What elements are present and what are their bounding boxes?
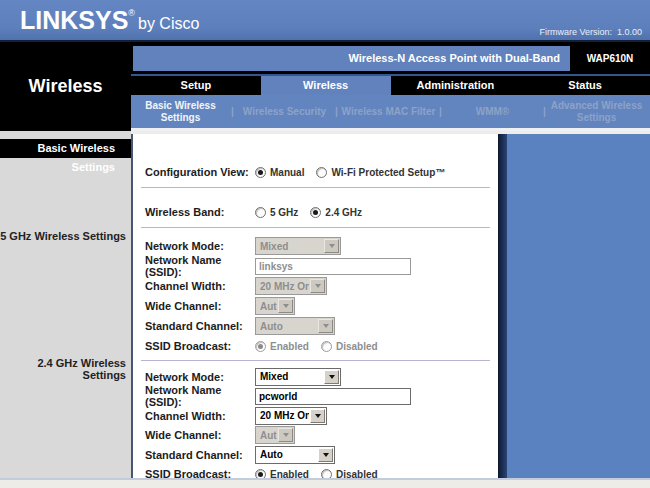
subnav-wireless-mac-filter[interactable]: Wireless MAC Filter: [339, 106, 438, 118]
configuration-view-label: Configuration View:: [145, 166, 255, 178]
divider: [141, 360, 490, 361]
divider: [141, 187, 490, 188]
ssid-label: Network Name (SSID):: [145, 384, 255, 408]
ssid-broadcast-row-5ghz: SSID Broadcast: Enabled Disabled: [145, 336, 498, 356]
subnav-advanced-wireless-settings[interactable]: Advanced Wireless Settings: [547, 100, 646, 124]
tab-wireless[interactable]: Wireless: [261, 76, 391, 95]
channel-width-value-5ghz: 20 MHz Only: [256, 281, 309, 292]
wide-channel-value-5ghz: Auto: [256, 301, 277, 312]
subnav-wireless-security[interactable]: Wireless Security: [235, 106, 334, 118]
page-title-panel: Wireless: [0, 42, 131, 131]
standard-channel-select-5ghz: Auto: [255, 317, 335, 335]
wide-channel-select-24ghz: Auto: [255, 426, 295, 444]
page-bottom-strip: [0, 478, 650, 488]
dropdown-arrow-icon: [324, 239, 339, 253]
radio-manual[interactable]: [255, 167, 266, 178]
linksys-logo: LINKSYS®by Cisco: [20, 6, 199, 35]
dropdown-arrow-icon: [278, 428, 293, 442]
ssid-input-5ghz: [255, 258, 411, 275]
subnav-basic-wireless-settings[interactable]: Basic Wireless Settings: [131, 100, 230, 124]
registered-mark-icon: ®: [128, 8, 135, 18]
radio-wifi-protected-setup-label: Wi-Fi Protected Setup™: [331, 167, 445, 178]
divider: [141, 227, 490, 228]
channel-width-row-5ghz: Channel Width: 20 MHz Only: [145, 276, 498, 296]
dropdown-arrow-icon[interactable]: [310, 409, 325, 423]
right-blue-panel: [507, 134, 650, 478]
configuration-view-row: Configuration View: Manual Wi-Fi Protect…: [145, 161, 498, 183]
product-title-band: Wireless-N Access Point with Dual-Band W…: [131, 42, 650, 74]
content-right-edge: [498, 134, 507, 478]
configuration-view-radios: Manual Wi-Fi Protected Setup™: [255, 167, 457, 178]
network-mode-label: Network Mode:: [145, 371, 255, 383]
network-mode-select-24ghz[interactable]: Mixed: [255, 368, 341, 386]
radio-ssid-disabled-label-5ghz: Disabled: [336, 341, 378, 352]
top-header: LINKSYS®by Cisco Firmware Version: 1.0.0…: [0, 0, 650, 42]
basic-wireless-settings-form: Configuration View: Manual Wi-Fi Protect…: [131, 134, 498, 478]
dropdown-arrow-icon: [278, 299, 293, 313]
channel-width-label: Channel Width:: [145, 280, 255, 292]
section-5ghz: Network Mode: Mixed Network Name (SSID):…: [145, 236, 498, 356]
radio-wifi-protected-setup[interactable]: [316, 167, 327, 178]
channel-width-label: Channel Width:: [145, 410, 255, 422]
dropdown-arrow-icon[interactable]: [318, 448, 333, 462]
radio-ssid-enabled-label-5ghz: Enabled: [270, 341, 309, 352]
radio-ssid-disabled-5ghz: [321, 341, 332, 352]
standard-channel-row-5ghz: Standard Channel: Auto: [145, 316, 498, 336]
channel-width-row-24ghz: Channel Width: 20 MHz Only: [145, 406, 498, 426]
radio-24ghz[interactable]: [310, 207, 321, 218]
logo-by-cisco: by Cisco: [138, 15, 199, 32]
section-title-bar: Basic Wireless Settings: [0, 139, 131, 158]
ssid-label: Network Name (SSID):: [145, 254, 255, 278]
network-mode-select-5ghz: Mixed: [255, 237, 341, 255]
wide-channel-value-24ghz: Auto: [256, 430, 277, 441]
wireless-subnav: Basic Wireless Settings | Wireless Secur…: [131, 95, 650, 131]
standard-channel-select-24ghz[interactable]: Auto: [255, 446, 335, 464]
model-number: WAP610N: [570, 46, 650, 71]
logo-brand: LINKSYS: [20, 6, 128, 34]
group-label-24ghz: 2.4 GHz Wireless Settings: [0, 357, 126, 381]
radio-manual-label: Manual: [270, 167, 304, 178]
dropdown-arrow-icon[interactable]: [324, 370, 339, 384]
wide-channel-row-5ghz: Wide Channel: Auto: [145, 296, 498, 316]
wireless-band-label: Wireless Band:: [145, 206, 255, 218]
wireless-band-row: Wireless Band: 5 GHz 2.4 GHz: [145, 201, 498, 223]
dropdown-arrow-icon: [310, 279, 325, 293]
ssid-input-24ghz[interactable]: [255, 388, 411, 405]
standard-channel-label: Standard Channel:: [145, 320, 255, 332]
wide-channel-label: Wide Channel:: [145, 429, 255, 441]
wide-channel-row-24ghz: Wide Channel: Auto: [145, 426, 498, 446]
radio-24ghz-label: 2.4 GHz: [325, 207, 362, 218]
sidebar-column: [0, 131, 131, 478]
standard-channel-label: Standard Channel:: [145, 449, 255, 461]
tab-setup[interactable]: Setup: [131, 76, 261, 95]
wide-channel-select-5ghz: Auto: [255, 297, 295, 315]
channel-width-select-24ghz[interactable]: 20 MHz Only: [255, 407, 327, 425]
wide-channel-label: Wide Channel:: [145, 300, 255, 312]
main-tab-bar: Setup Wireless Administration Status: [131, 74, 650, 95]
tab-status[interactable]: Status: [520, 76, 650, 95]
wireless-band-radios: 5 GHz 2.4 GHz: [255, 207, 374, 218]
ssid-row-24ghz: Network Name (SSID):: [145, 387, 498, 407]
network-mode-row-5ghz: Network Mode: Mixed: [145, 236, 498, 256]
subnav-wmm[interactable]: WMM®: [443, 106, 542, 118]
ssid-broadcast-radios-5ghz: Enabled Disabled: [255, 341, 390, 352]
standard-channel-value-24ghz: Auto: [256, 449, 317, 460]
radio-5ghz-label: 5 GHz: [270, 207, 298, 218]
page-title: Wireless: [0, 76, 131, 97]
group-label-5ghz: 5 GHz Wireless Settings: [0, 230, 126, 242]
channel-width-value-24ghz: 20 MHz Only: [256, 410, 309, 421]
standard-channel-row-24ghz: Standard Channel: Auto: [145, 445, 498, 465]
section-24ghz: Network Mode: Mixed Network Name (SSID):…: [145, 367, 498, 484]
radio-5ghz[interactable]: [255, 207, 266, 218]
radio-ssid-enabled-5ghz: [255, 341, 266, 352]
product-title: Wireless-N Access Point with Dual-Band: [133, 46, 570, 71]
ssid-row-5ghz: Network Name (SSID):: [145, 256, 498, 276]
channel-width-select-5ghz: 20 MHz Only: [255, 277, 327, 295]
dropdown-arrow-icon: [318, 319, 333, 333]
network-mode-value-5ghz: Mixed: [256, 241, 323, 252]
router-admin-page: LINKSYS®by Cisco Firmware Version: 1.0.0…: [0, 0, 650, 488]
tab-administration[interactable]: Administration: [391, 76, 521, 95]
network-mode-label: Network Mode:: [145, 240, 255, 252]
standard-channel-value-5ghz: Auto: [256, 321, 317, 332]
firmware-version: Firmware Version: 1.0.00: [539, 27, 642, 37]
